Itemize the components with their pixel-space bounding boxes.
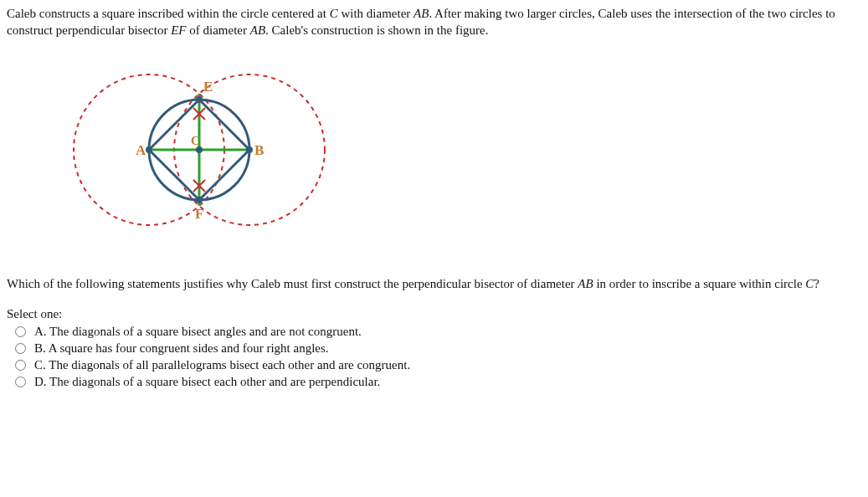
point-e-icon	[196, 96, 203, 103]
label-a: A	[136, 142, 146, 158]
intro-AB1: AB	[413, 7, 429, 20]
q-seg3: ?	[814, 277, 819, 290]
point-b-icon	[246, 146, 253, 153]
option-c-radio[interactable]	[15, 360, 26, 371]
intro-seg4: of diameter	[187, 23, 250, 37]
intro-AB2: AB	[250, 23, 265, 37]
point-a-icon	[146, 146, 152, 153]
label-b: B	[254, 142, 264, 158]
intro-seg5: . Caleb's construction is shown in the f…	[265, 23, 488, 37]
construction-figure: A B C E F	[57, 58, 861, 242]
intro-C: C	[330, 7, 338, 20]
intro-paragraph: Caleb constructs a square inscribed with…	[7, 5, 861, 39]
option-b-radio[interactable]	[15, 343, 26, 354]
option-a-label: A. The diagonals of a square bisect angl…	[34, 325, 362, 339]
option-b-row[interactable]: B. A square has four congruent sides and…	[15, 341, 861, 356]
intro-seg1: Caleb constructs a square inscribed with…	[7, 7, 330, 20]
q-C: C	[805, 277, 814, 290]
label-f: F	[195, 206, 203, 222]
option-a-row[interactable]: A. The diagonals of a square bisect angl…	[15, 325, 861, 339]
intro-seg2: with diameter	[338, 7, 413, 20]
construction-svg: A B C E F	[57, 58, 342, 242]
point-f-icon	[196, 197, 203, 203]
option-b-label: B. A square has four congruent sides and…	[34, 341, 329, 356]
point-c-icon	[196, 146, 203, 153]
option-c-label: C. The diagonals of all parallelograms b…	[34, 358, 410, 372]
option-d-row[interactable]: D. The diagonals of a square bisect each…	[15, 375, 861, 389]
q-seg2: in order to inscribe a square within cir…	[593, 277, 806, 290]
label-c: C	[191, 134, 200, 147]
option-a-radio[interactable]	[15, 326, 26, 337]
label-e: E	[203, 79, 213, 95]
intro-EF: EF	[171, 23, 186, 37]
q-seg1: Which of the following statements justif…	[7, 277, 578, 290]
option-c-row[interactable]: C. The diagonals of all parallelograms b…	[15, 358, 861, 372]
option-d-radio[interactable]	[15, 377, 26, 387]
q-AB: AB	[578, 277, 593, 290]
select-one-label: Select one:	[7, 307, 861, 321]
question-paragraph: Which of the following statements justif…	[7, 275, 861, 292]
option-d-label: D. The diagonals of a square bisect each…	[34, 375, 380, 389]
